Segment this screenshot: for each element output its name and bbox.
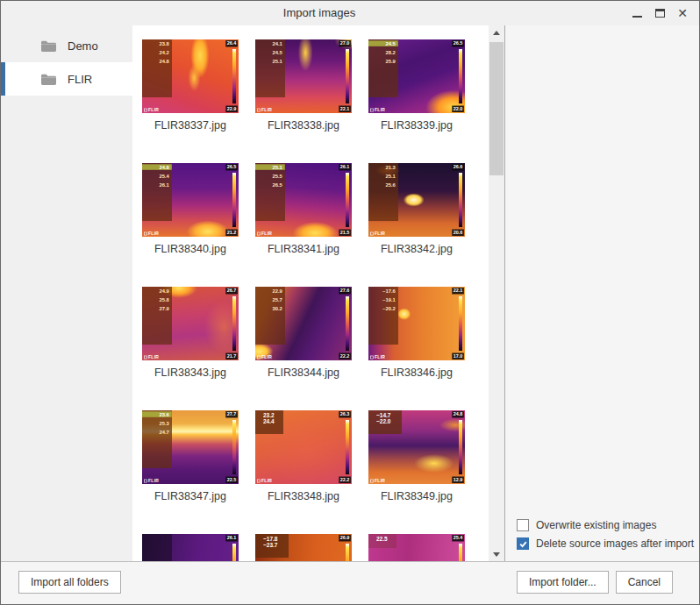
temperature-scale-bar [346,49,349,103]
import-images-dialog: Import images ✕ Demo FLIR [0,0,700,605]
image-filename: FLIR38348.jpg [255,490,352,502]
image-list-area: 23.824.224.8 26.4 22.9 FLIR FLIR38337.jp… [132,25,489,561]
thermal-thumbnail: 24.825.426.1 26.5 21.2 FLIR [142,163,239,237]
cancel-button[interactable]: Cancel [616,571,673,594]
folder-sidebar: Demo FLIR [1,25,132,561]
image-filename: FLIR38337.jpg [142,119,239,132]
checkbox-delete-source[interactable] [517,537,529,550]
measurement-overlay: 22.925.730.2 [255,287,285,345]
import-all-folders-button[interactable]: Import all folders [18,571,121,594]
flir-logo: FLIR [144,231,159,236]
temp-max-readout: 25.4 [453,535,464,541]
flir-logo: FLIR [370,478,385,483]
thermal-thumbnail: 24.124.525.1 27.0 22.1 FLIR [255,39,352,113]
checkbox-overwrite-existing[interactable] [517,519,529,531]
footer-right-buttons: Import folder... Cancel [517,571,673,594]
flir-logo: FLIR [257,478,272,483]
image-filename: FLIR38344.jpg [255,367,352,379]
thermal-thumbnail: 24.925.827.9 26.7 21.7 FLIR [142,287,239,360]
temp-min-readout: 21.7 [226,353,238,359]
image-item[interactable]: 24.124.525.1 27.0 22.1 FLIR FLIR38338.jp… [255,39,352,132]
scroll-down-button[interactable] [489,547,504,561]
image-item[interactable]: 21.325.125.6 26.6 20.6 FLIR FLIR38342.jp… [368,163,465,255]
temp-min-readout: 17.0 [453,353,464,359]
temp-max-readout: 26.4 [226,40,238,46]
image-item[interactable]: ~17.6~19.1~20.2 22.1 17.0 FLIR FLIR38346… [368,287,465,379]
image-item[interactable]: 24.528.225.9 26.5 22.0 FLIR FLIR38339.jp… [368,39,465,132]
temp-min-readout: 21.5 [339,230,351,236]
folder-label: FLIR [68,73,92,86]
maximize-button[interactable] [648,3,671,24]
measurement-overlay: 25.125.526.5 [255,163,285,221]
temp-max-readout: 26.5 [226,164,238,170]
thermal-thumbnail: 22.925.730.2 27.6 22.2 FLIR [255,287,352,360]
image-filename: FLIR38340.jpg [142,243,239,255]
image-item[interactable]: 24.925.827.9 26.7 21.7 FLIR FLIR38343.jp… [142,287,239,379]
image-item[interactable]: 25.125.526.5 26.1 21.5 FLIR FLIR38341.jp… [255,163,352,255]
temperature-scale-bar [346,173,349,227]
flir-logo: FLIR [257,107,272,112]
temp-max-readout: 27.0 [339,40,351,46]
flir-logo: FLIR [144,354,159,359]
image-item[interactable]: 26.1 FLIR [142,534,239,561]
scrollbar-thumb[interactable] [489,42,504,175]
minimize-button[interactable] [625,3,648,24]
maximize-icon [655,9,665,18]
temp-min-readout: 22.2 [339,353,351,359]
folder-icon [40,73,57,86]
thermal-thumbnail: 23.824.224.8 26.4 22.9 FLIR [142,39,239,113]
vertical-scrollbar[interactable] [489,25,504,561]
temp-max-readout: 27.7 [226,411,238,417]
image-filename: FLIR38347.jpg [142,490,239,502]
thermal-thumbnail: ~17.8~23.7 26.9 FLIR [255,534,352,561]
image-item[interactable]: 22.925.730.2 27.6 22.2 FLIR FLIR38344.jp… [255,287,352,379]
title-bar[interactable]: Import images ✕ [1,1,699,25]
checkbox-row-delete-source[interactable]: Delete source images after import [517,537,696,550]
temp-max-readout: 26.9 [339,535,351,541]
temp-max-readout: 26.7 [226,288,238,294]
thermal-thumbnail: ~17.6~19.1~20.2 22.1 17.0 FLIR [368,287,465,360]
image-item[interactable]: ~17.8~23.7 26.9 FLIR [255,534,352,561]
scroll-up-button[interactable] [489,25,504,39]
checkbox-label: Delete source images after import [536,537,694,550]
measurement-overlay: ~14.7~22.0 [368,410,402,434]
flir-logo-icon [144,231,147,235]
measurement-overlay: 24.925.827.9 [142,287,172,345]
sidebar-folder-demo[interactable]: Demo [1,29,132,62]
sidebar-folder-flir[interactable]: FLIR [1,62,132,96]
image-filename: FLIR38343.jpg [142,367,239,379]
flir-logo-icon [370,355,374,359]
temp-min-readout: 21.2 [226,230,238,236]
dialog-content: Demo FLIR 23.824.224.8 26.4 22.9 FLIR FL… [1,25,699,561]
temp-max-readout: 26.1 [226,535,238,541]
temp-min-readout: 12.9 [453,477,464,483]
checkbox-row-overwrite-existing[interactable]: Overwrite existing images [517,519,696,531]
measurement-overlay: 23.824.224.8 [142,39,172,97]
temp-min-readout: 22.9 [226,106,238,112]
temperature-scale-bar [459,544,462,561]
temperature-scale-bar [346,296,349,351]
image-filename: FLIR38349.jpg [368,490,465,502]
arrow-up-icon [493,31,500,35]
window-controls: ✕ [625,1,694,25]
temperature-scale-bar [232,420,236,474]
image-item[interactable]: 23.224.4 26.3 22.2 FLIR FLIR38348.jpg [255,410,352,502]
folder-label: Demo [68,39,98,53]
options-panel: Overwrite existing images Delete source … [505,25,699,561]
close-button[interactable]: ✕ [671,3,694,24]
image-item[interactable]: 22.5 25.4 FLIR [368,534,465,561]
measurement-overlay: 22.5 [368,534,396,548]
temperature-scale-bar [346,544,349,561]
image-item[interactable]: 23.824.224.8 26.4 22.9 FLIR FLIR38337.jp… [142,39,239,132]
image-item[interactable]: 23.625.324.7 27.7 22.5 FLIR FLIR38347.jp… [142,410,239,502]
import-folder-button[interactable]: Import folder... [517,571,609,594]
measurement-overlay: 24.825.426.1 [142,163,172,221]
temp-max-readout: 26.1 [339,164,351,170]
thermal-thumbnail: 23.625.324.7 27.7 22.5 FLIR [142,410,239,484]
image-item[interactable]: ~14.7~22.0 24.8 12.9 FLIR FLIR38349.jpg [368,410,465,502]
temp-min-readout: 20.6 [453,230,464,236]
thermal-thumbnail: 21.325.125.6 26.6 20.6 FLIR [368,163,465,237]
flir-logo-icon [257,231,261,235]
image-item[interactable]: 24.825.426.1 26.5 21.2 FLIR FLIR38340.jp… [142,163,239,255]
flir-logo: FLIR [370,107,385,112]
